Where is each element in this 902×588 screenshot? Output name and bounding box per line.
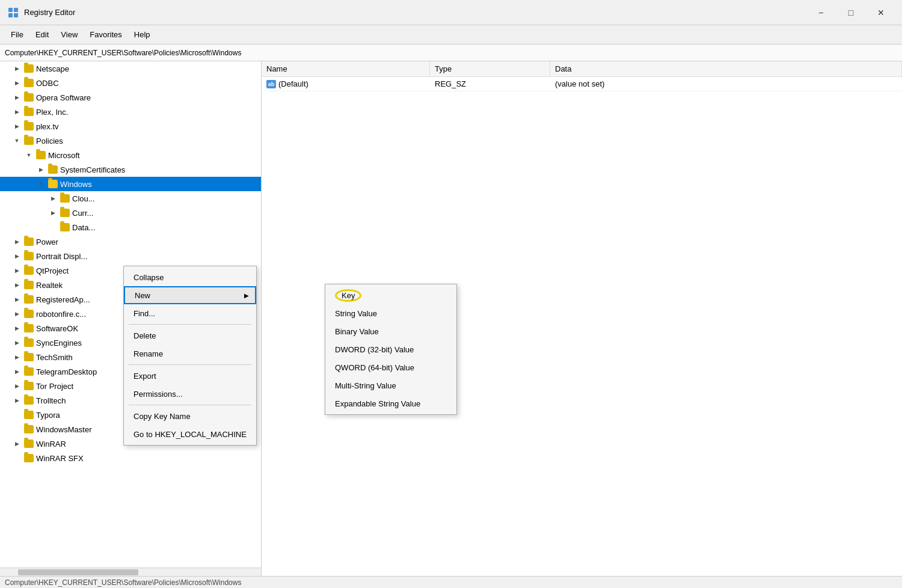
folder-icon	[24, 93, 34, 102]
tree-item-cloud[interactable]: ▶ Clou...	[0, 191, 261, 206]
svg-rect-2	[8, 13, 13, 17]
col-data[interactable]: Data	[550, 61, 902, 76]
tree-item-label: Windows	[60, 180, 92, 189]
ctx-sep-1	[129, 324, 251, 325]
tree-item-power[interactable]: ▶ Power	[0, 234, 261, 249]
tree-item-label: WinRAR	[36, 439, 66, 449]
folder-icon	[24, 324, 34, 332]
tree-item-data[interactable]: Data...	[0, 220, 261, 234]
menu-help[interactable]: Help	[128, 28, 156, 41]
tree-item-label: WindowsMaster	[36, 425, 91, 434]
app-icon	[7, 7, 19, 19]
expand-icon: ▶	[12, 237, 22, 247]
svg-rect-0	[8, 8, 13, 12]
submenu-expandable-string-value-label: Expandable String Value	[335, 399, 420, 408]
expand-icon: ▶	[12, 78, 22, 88]
key-highlight: Key	[335, 289, 361, 302]
menu-file[interactable]: File	[5, 28, 29, 41]
maximize-button[interactable]: □	[837, 3, 865, 22]
folder-icon	[36, 151, 46, 159]
minimize-button[interactable]: −	[807, 3, 835, 22]
tree-item-opera[interactable]: ▶ Opera Software	[0, 90, 261, 105]
svg-rect-3	[14, 13, 18, 17]
folder-icon	[24, 425, 34, 433]
menu-view[interactable]: View	[55, 28, 84, 41]
ctx-find[interactable]: Find...	[124, 304, 256, 322]
folder-icon	[24, 382, 34, 390]
svg-rect-1	[14, 8, 18, 12]
expand-icon	[12, 410, 22, 420]
expand-icon: ▶	[36, 165, 46, 174]
tree-item-label: QtProject	[36, 266, 69, 275]
submenu-arrow: ▶	[244, 292, 249, 299]
col-type[interactable]: Type	[430, 61, 550, 76]
menu-favorites[interactable]: Favorites	[84, 28, 127, 41]
tree-item-label: Realtek	[36, 281, 63, 290]
tree-item-odbc[interactable]: ▶ ODBC	[0, 76, 261, 90]
submenu-binary-value[interactable]: Binary Value	[325, 322, 456, 340]
expand-icon: ▶	[48, 194, 58, 203]
tree-item-netscape[interactable]: ▶ Netscape	[0, 61, 261, 76]
folder-icon	[24, 396, 34, 405]
tree-item-plex-inc[interactable]: ▶ Plex, Inc.	[0, 105, 261, 119]
submenu-key[interactable]: Key	[325, 286, 456, 304]
ctx-goto-hklm[interactable]: Go to HKEY_LOCAL_MACHINE	[124, 425, 256, 443]
expand-icon: ▼	[12, 136, 22, 145]
ctx-delete[interactable]: Delete	[124, 326, 256, 345]
tree-item-label: Microsoft	[48, 151, 80, 160]
tree-item-label: plex.tv	[36, 122, 59, 131]
folder-icon	[24, 295, 34, 304]
detail-row-default[interactable]: ab (Default) REG_SZ (value not set)	[262, 77, 902, 91]
tree-item-systemcerts[interactable]: ▶ SystemCertificates	[0, 162, 261, 177]
tree-item-label: Power	[36, 237, 58, 247]
expand-icon: ▶	[12, 352, 22, 362]
col-name[interactable]: Name	[262, 61, 430, 76]
folder-icon	[24, 367, 34, 376]
tree-item-label: TechSmith	[36, 353, 73, 362]
scrollbar-thumb[interactable]	[18, 569, 138, 575]
folder-icon	[24, 64, 34, 73]
tree-item-plex-tv[interactable]: ▶ plex.tv	[0, 119, 261, 133]
submenu-expandable-string-value[interactable]: Expandable String Value	[325, 394, 456, 412]
ctx-sep-3	[129, 405, 251, 405]
ctx-copy-key-name-label: Copy Key Name	[133, 412, 191, 421]
folder-icon	[24, 136, 34, 145]
ctx-rename-label: Rename	[133, 349, 163, 358]
tree-item-label: SystemCertificates	[60, 165, 125, 174]
ctx-rename[interactable]: Rename	[124, 345, 256, 363]
address-path: Computer\HKEY_CURRENT_USER\Software\Poli…	[5, 49, 241, 57]
tree-item-winrar-sfx[interactable]: WinRAR SFX	[0, 451, 261, 465]
folder-icon	[48, 180, 58, 188]
submenu-multistring-value[interactable]: Multi-String Value	[325, 376, 456, 394]
tree-item-microsoft[interactable]: ▼ Microsoft	[0, 148, 261, 162]
tree-item-label: Typora	[36, 411, 60, 420]
folder-icon	[24, 237, 34, 246]
ctx-delete-label: Delete	[133, 331, 156, 340]
folder-icon	[24, 108, 34, 116]
ctx-copy-key-name[interactable]: Copy Key Name	[124, 407, 256, 425]
tree-item-policies[interactable]: ▼ Policies	[0, 133, 261, 148]
ctx-new[interactable]: New ▶	[124, 286, 256, 304]
tree-item-label: Netscape	[36, 64, 69, 73]
status-bar: Computer\HKEY_CURRENT_USER\Software\Poli…	[0, 576, 902, 588]
ctx-permissions[interactable]: Permissions...	[124, 385, 256, 403]
tree-item-label: WinRAR SFX	[36, 454, 84, 463]
ctx-export[interactable]: Export	[124, 367, 256, 385]
ctx-collapse[interactable]: Collapse	[124, 268, 256, 286]
expand-icon: ▶	[12, 323, 22, 333]
expand-icon: ▶	[48, 208, 58, 218]
window-title: Registry Editor	[24, 8, 807, 17]
tree-item-portrait[interactable]: ▶ Portrait Displ...	[0, 249, 261, 263]
tree-item-curr[interactable]: ▶ Curr...	[0, 206, 261, 220]
tree-scrollbar[interactable]	[0, 568, 261, 576]
expand-icon: ▶	[12, 295, 22, 304]
menu-edit[interactable]: Edit	[29, 28, 55, 41]
expand-icon: ▶	[12, 93, 22, 102]
tree-item-windows[interactable]: ▼ Windows	[0, 177, 261, 191]
status-text: Computer\HKEY_CURRENT_USER\Software\Poli…	[5, 578, 241, 587]
close-button[interactable]: ✕	[867, 3, 895, 22]
folder-icon	[24, 310, 34, 318]
submenu-string-value[interactable]: String Value	[325, 304, 456, 322]
submenu-dword-value[interactable]: DWORD (32-bit) Value	[325, 340, 456, 358]
submenu-qword-value[interactable]: QWORD (64-bit) Value	[325, 358, 456, 376]
